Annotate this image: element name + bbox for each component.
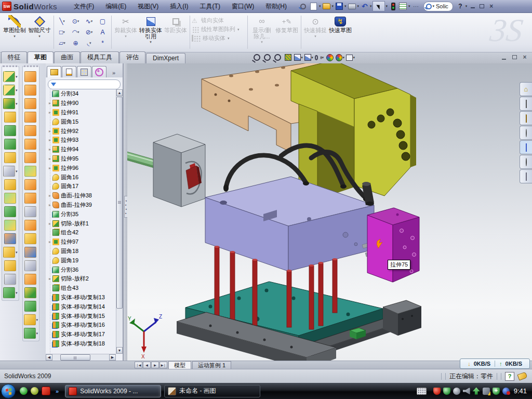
expander-icon[interactable]: ▸ xyxy=(47,156,52,161)
tree-item[interactable]: ▸ 曲面-拉伸39 xyxy=(47,201,116,210)
menu-item[interactable]: 插入(I) xyxy=(165,1,193,12)
quicklaunch-overflow-icon[interactable]: » xyxy=(56,388,59,394)
scroll-right-icon[interactable]: ▶ xyxy=(109,354,116,361)
tree-item[interactable]: 分割34 xyxy=(47,89,116,99)
tree-item[interactable]: 组合43 xyxy=(47,284,116,293)
file-explorer-tab[interactable] xyxy=(520,111,532,125)
task-button[interactable]: 未命名 - 画图 xyxy=(164,385,260,397)
messenger-quicklaunch-icon[interactable] xyxy=(20,387,28,395)
expander-icon[interactable]: ▸ xyxy=(47,147,52,152)
property-manager-tab[interactable] xyxy=(62,66,76,77)
graphics-viewport[interactable]: Y Z X 拉伸75 xyxy=(127,63,532,361)
expander-icon[interactable]: ▸ xyxy=(47,221,52,226)
model-tab[interactable]: 模型 xyxy=(168,361,191,369)
mirror-entities-button[interactable]: 镜向实体 xyxy=(192,17,246,24)
update-tray-icon[interactable] xyxy=(453,388,460,395)
tree-item[interactable]: 实体-移动/复制16 xyxy=(47,321,116,330)
command-tab[interactable]: 曲面 xyxy=(54,51,80,63)
search-box[interactable]: ▾ Solic xyxy=(423,2,453,11)
tree-item[interactable]: ▸ 拉伸92 xyxy=(47,126,116,136)
command-tab[interactable]: 评估 xyxy=(119,51,145,63)
help-button[interactable]: ? xyxy=(456,2,465,11)
tree-item[interactable]: 圆角16 xyxy=(47,172,116,182)
tree-vertical-scrollbar[interactable]: ▲ ▼ xyxy=(116,89,123,354)
line-icon[interactable]: ╲▾ xyxy=(56,16,69,26)
new-file-button[interactable] xyxy=(309,2,318,11)
circle-icon[interactable]: ⊙▾ xyxy=(69,16,83,26)
command-tab[interactable]: 特征 xyxy=(1,51,27,63)
scroll-left-icon[interactable]: ◀ xyxy=(46,354,52,361)
edit-appearance-icon[interactable] xyxy=(325,53,334,62)
tree-item[interactable]: 圆角18 xyxy=(47,247,116,256)
trim-entities-button[interactable]: 剪裁实体 ▾ xyxy=(113,15,138,39)
zoom-fit-icon[interactable] xyxy=(252,53,261,62)
network-speed-widget[interactable]: ↓0KB/S ↑0KB/S xyxy=(460,358,530,369)
hide-show-items-icon[interactable]: ▾ xyxy=(315,53,324,62)
sectioned-insert-part[interactable] xyxy=(153,134,205,207)
magenta-insert-part[interactable] xyxy=(367,208,419,282)
base-block-part[interactable] xyxy=(383,300,421,336)
tree-item[interactable]: ▸ 拉伸95 xyxy=(47,154,116,164)
doc-restore-button[interactable] xyxy=(510,54,518,61)
tree-item[interactable]: ▸ 拉伸93 xyxy=(47,136,116,145)
scroll-down-icon[interactable]: ▼ xyxy=(116,347,123,354)
menu-item[interactable]: 文件(F) xyxy=(69,1,99,12)
doc-close-button[interactable]: × xyxy=(521,54,529,61)
view-settings-icon[interactable]: ▾ xyxy=(346,53,355,62)
tree-item[interactable]: ▸ 曲面-拉伸38 xyxy=(47,191,116,201)
save-button[interactable] xyxy=(335,2,344,11)
tree-item[interactable]: 实体-移动/复制14 xyxy=(47,302,116,311)
tree-item[interactable]: ▸ 拉伸97 xyxy=(47,237,116,247)
security-shield-tray-icon[interactable] xyxy=(443,388,450,395)
tree-item[interactable]: ▸ 拉伸91 xyxy=(47,108,116,117)
tree-item[interactable]: ▸ 切除-放样1 xyxy=(47,219,116,228)
expander-icon[interactable]: ▸ xyxy=(47,276,52,281)
scroll-up-icon[interactable]: ▲ xyxy=(116,89,123,96)
expander-icon[interactable]: ▸ xyxy=(47,166,52,170)
scrollbar-thumb[interactable] xyxy=(116,97,123,309)
smart-dimension-button[interactable]: 智能尺寸 ▾ xyxy=(27,15,52,39)
print-button[interactable] xyxy=(347,2,356,11)
tree-item[interactable]: 圆角19 xyxy=(47,256,116,265)
doc-minimize-button[interactable] xyxy=(500,54,508,61)
sketch-button[interactable]: 草图绘制 ▾ xyxy=(2,15,27,39)
minimize-button[interactable] xyxy=(468,3,477,10)
polygon-icon[interactable]: ⊕ xyxy=(69,37,83,48)
tree-horizontal-scrollbar[interactable]: ◀ ▶ xyxy=(46,354,116,361)
command-tab[interactable]: DimXpert xyxy=(146,53,185,63)
section-view-icon[interactable] xyxy=(284,53,292,62)
apply-scene-icon[interactable]: ▾ xyxy=(336,53,344,62)
rebuild-traffic-light-icon[interactable] xyxy=(389,2,398,11)
tree-item[interactable]: 圆角15 xyxy=(47,117,116,126)
last-tab-button[interactable]: ▶❘ xyxy=(159,362,167,368)
spline-icon[interactable]: ∿▾ xyxy=(83,16,96,26)
display-delete-relations-button[interactable]: 显示/删除几... ▾ xyxy=(249,15,274,45)
tree-item[interactable]: 组合42 xyxy=(47,228,116,237)
menu-item[interactable]: 窗口(W) xyxy=(227,1,259,12)
search-input[interactable]: Solic xyxy=(435,3,448,9)
solidworks-quicklaunch-icon[interactable] xyxy=(42,387,50,395)
volume-tray-icon[interactable] xyxy=(463,388,470,395)
task-button[interactable]: SolidWorks 2009 - ... xyxy=(65,385,161,397)
network-warning-tray-icon[interactable] xyxy=(483,388,490,395)
motion-study-tab[interactable]: 运动算例 1 xyxy=(192,361,231,369)
tree-item[interactable]: ▸ 切除-放样2 xyxy=(47,274,116,284)
view-orientation-icon[interactable]: ▾ xyxy=(304,53,313,62)
magnified-selection-icon[interactable] xyxy=(273,53,282,62)
view-palette-tab[interactable] xyxy=(520,140,532,154)
offset-entities-button[interactable]: 等距实体 xyxy=(163,15,188,34)
panel-chevron-icon[interactable]: » xyxy=(112,70,115,77)
quicklaunch-icon[interactable] xyxy=(31,387,38,395)
repair-sketch-button[interactable]: 修复草图 xyxy=(274,15,299,34)
ellipse-icon[interactable]: ⊘▾ xyxy=(83,26,96,37)
command-tab[interactable]: 模具工具 xyxy=(81,51,119,63)
solidworks-resources-tab[interactable] xyxy=(520,82,532,96)
design-library-tab[interactable] xyxy=(520,97,532,111)
search-tab[interactable] xyxy=(520,126,532,140)
slot-icon[interactable]: ▱▾ xyxy=(56,37,69,48)
point-icon[interactable]: * xyxy=(96,37,110,48)
undo-button[interactable]: ↶ xyxy=(360,2,369,11)
select-tool-button[interactable] xyxy=(373,1,385,11)
sync-tray-icon[interactable] xyxy=(502,388,510,395)
tree-item[interactable]: 分割35 xyxy=(47,209,116,219)
